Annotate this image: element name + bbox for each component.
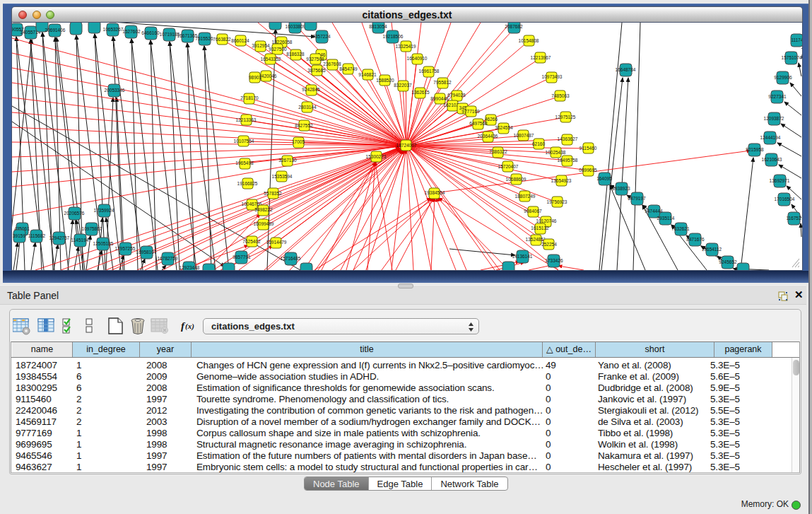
- svg-text:13325419: 13325419: [396, 44, 416, 49]
- svg-text:10975867: 10975867: [82, 226, 102, 231]
- svg-text:2803144: 2803144: [298, 105, 317, 110]
- svg-text:17005: 17005: [292, 139, 305, 144]
- svg-text:0899695: 0899695: [579, 168, 597, 173]
- svg-text:16961758: 16961758: [419, 69, 440, 74]
- svg-text:7625402: 7625402: [242, 239, 261, 244]
- svg-text:7357224: 7357224: [312, 34, 331, 39]
- svg-text:8471676: 8471676: [686, 237, 705, 242]
- svg-text:10653267: 10653267: [103, 27, 124, 32]
- svg-text:15300273: 15300273: [366, 154, 387, 159]
- svg-text:7955812: 7955812: [433, 80, 452, 85]
- svg-text:2367608: 2367608: [323, 62, 341, 66]
- svg-text:5498222: 5498222: [254, 207, 273, 212]
- svg-text:8660124: 8660124: [231, 38, 249, 43]
- svg-text:16648784: 16648784: [616, 67, 636, 72]
- svg-text:3267130: 3267130: [278, 158, 297, 163]
- svg-text:10807487: 10807487: [514, 133, 534, 138]
- svg-text:9146821: 9146821: [358, 72, 377, 77]
- svg-text:20053346: 20053346: [105, 88, 125, 93]
- svg-text:6479197: 6479197: [628, 196, 646, 201]
- svg-text:15716485: 15716485: [281, 256, 301, 261]
- svg-text:16914479: 16914479: [266, 240, 287, 245]
- svg-text:10107554: 10107554: [234, 139, 254, 144]
- svg-text:8938923: 8938923: [612, 186, 630, 191]
- svg-text:6497568: 6497568: [469, 121, 488, 126]
- svg-text:19384554: 19384554: [425, 190, 445, 195]
- svg-text:1615132: 1615132: [531, 226, 549, 230]
- svg-text:3912954: 3912954: [252, 43, 270, 48]
- svg-text:116753: 116753: [786, 216, 801, 221]
- svg-text:16782759: 16782759: [158, 256, 178, 261]
- svg-text:5578352: 5578352: [264, 191, 282, 196]
- svg-text:8813054: 8813054: [369, 24, 387, 29]
- svg-text:18807249: 18807249: [515, 194, 536, 199]
- svg-text:9227341: 9227341: [768, 94, 787, 99]
- svg-text:252254: 252254: [541, 242, 557, 247]
- svg-text:9115460: 9115460: [579, 146, 597, 151]
- svg-text:12213967: 12213967: [531, 55, 551, 60]
- svg-text:16210643: 16210643: [762, 157, 782, 162]
- svg-text:7632621: 7632621: [671, 226, 690, 231]
- svg-text:1115682: 1115682: [28, 233, 46, 238]
- svg-text:19166825: 19166825: [237, 181, 258, 186]
- svg-text:10973493: 10973493: [542, 74, 563, 79]
- svg-text:1588520: 1588520: [376, 78, 394, 83]
- svg-text:9129906: 9129906: [774, 75, 792, 80]
- svg-text:12213363: 12213363: [236, 117, 257, 122]
- svg-text:1527602: 1527602: [122, 29, 141, 34]
- svg-text:9327508: 9327508: [306, 57, 324, 62]
- svg-text:10654112: 10654112: [702, 247, 722, 252]
- svg-text:6466160: 6466160: [141, 30, 160, 35]
- svg-text:12444194: 12444194: [760, 135, 781, 140]
- svg-text:12505185: 12505185: [93, 241, 114, 246]
- svg-text:7515526: 7515526: [195, 36, 213, 41]
- svg-text:62160: 62160: [532, 141, 545, 146]
- svg-text:1362615: 1362615: [411, 90, 430, 95]
- svg-text:8215958: 8215958: [746, 147, 764, 152]
- svg-text:9245652: 9245652: [719, 259, 737, 264]
- svg-text:16033809: 16033809: [286, 24, 306, 29]
- svg-text:18724007: 18724007: [396, 143, 417, 148]
- svg-text:9857791: 9857791: [233, 255, 251, 259]
- svg-text:8427552: 8427552: [295, 123, 313, 128]
- svg-text:15751074: 15751074: [782, 55, 802, 60]
- svg-text:10688609: 10688609: [506, 177, 526, 182]
- svg-text:7663822: 7663822: [213, 37, 231, 42]
- svg-text:20206576: 20206576: [64, 211, 85, 216]
- svg-text:2935114: 2935114: [657, 216, 675, 221]
- svg-text:98901: 98901: [249, 75, 261, 80]
- svg-text:16543352: 16543352: [261, 57, 281, 62]
- svg-text:13692971: 13692971: [770, 178, 790, 183]
- svg-text:1145194: 1145194: [71, 238, 89, 243]
- svg-text:9242845: 9242845: [302, 87, 320, 92]
- svg-text:13654923: 13654923: [551, 178, 572, 183]
- svg-text:20364436: 20364436: [478, 134, 498, 139]
- svg-text:6794028: 6794028: [447, 93, 466, 98]
- svg-text:17016504: 17016504: [775, 197, 795, 201]
- svg-text:17359924: 17359924: [94, 208, 114, 213]
- svg-text:8990448: 8990448: [430, 96, 449, 101]
- svg-text:10154808: 10154808: [519, 38, 539, 43]
- svg-text:12093872: 12093872: [764, 116, 784, 121]
- svg-text:15720407: 15720407: [498, 164, 519, 169]
- svg-text:11174: 11174: [791, 37, 802, 42]
- svg-text:10120746: 10120746: [536, 218, 557, 223]
- svg-text:12923448: 12923448: [180, 265, 200, 270]
- svg-text:13524851: 13524851: [526, 237, 546, 242]
- svg-text:1965498: 1965498: [235, 160, 254, 165]
- svg-text:2087682: 2087682: [505, 24, 523, 29]
- svg-text:16958107: 16958107: [136, 250, 157, 255]
- svg-text:12942757: 12942757: [49, 235, 70, 240]
- svg-text:7386322: 7386322: [489, 149, 507, 154]
- svg-text:12975125: 12975125: [555, 115, 576, 119]
- svg-text:164095: 164095: [596, 176, 612, 181]
- svg-text:19218506: 19218506: [383, 34, 404, 39]
- svg-text:9084067: 9084067: [524, 209, 542, 214]
- svg-text:2718170: 2718170: [240, 95, 259, 100]
- svg-text:18495758: 18495758: [558, 158, 578, 163]
- svg-text:7485063: 7485063: [551, 93, 570, 98]
- svg-text:19756923: 19756923: [547, 199, 567, 204]
- svg-text:8322037: 8322037: [394, 83, 412, 88]
- svg-text:16640910: 16640910: [407, 56, 428, 61]
- svg-text:39159: 39159: [13, 233, 25, 238]
